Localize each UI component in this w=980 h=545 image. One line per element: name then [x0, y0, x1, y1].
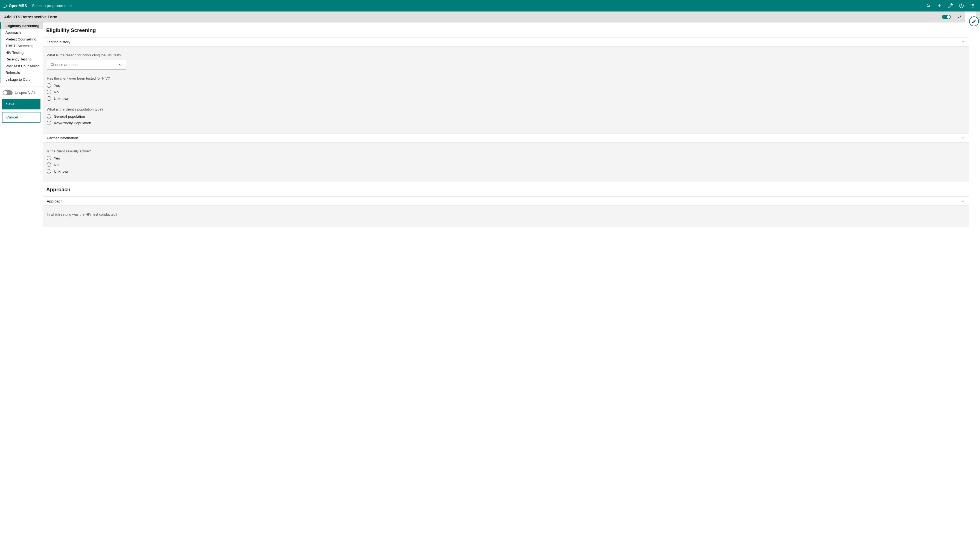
chevron-down-icon — [68, 4, 72, 8]
apps-button[interactable] — [967, 0, 978, 11]
radio-active-unknown[interactable]: Unknown — [47, 169, 965, 174]
minimize-button[interactable] — [954, 11, 965, 22]
plus-icon — [938, 4, 942, 8]
apps-grid-icon — [970, 3, 975, 8]
nav-item-linkage[interactable]: Linkage to Care — [0, 76, 43, 83]
field-population: What is the client's population type? Ge… — [47, 107, 965, 125]
nav-item-tbsti[interactable]: TB/STI Screening — [0, 43, 43, 49]
programme-label: Select a programme — [32, 3, 67, 8]
chevron-down-icon — [118, 63, 122, 67]
field-label: What is the reason for conducting the HI… — [47, 53, 965, 57]
radio-icon — [47, 163, 51, 167]
search-icon — [926, 3, 931, 8]
group-title: Approach — [47, 199, 63, 203]
radio-icon — [47, 96, 51, 101]
top-navbar: OpenMRS Select a programme — [0, 0, 980, 11]
radio-icon — [47, 121, 51, 125]
section-eligibility: Eligibility Screening Testing history Wh… — [43, 22, 969, 182]
radio-icon — [47, 169, 51, 174]
svg-point-6 — [972, 4, 973, 5]
radio-icon — [47, 83, 51, 88]
tools-button[interactable] — [945, 0, 956, 11]
floating-edit-button[interactable] — [969, 16, 979, 26]
svg-point-10 — [974, 5, 974, 6]
svg-point-4 — [961, 5, 962, 6]
radio-icon — [47, 156, 51, 160]
radio-icon — [47, 114, 51, 118]
field-reason: What is the reason for conducting the HI… — [47, 53, 965, 70]
unspecify-toggle-row[interactable]: Unspecify All — [2, 90, 40, 95]
form-content[interactable]: Eligibility Screening Testing history Wh… — [43, 22, 969, 545]
brand-label: OpenMRS — [9, 3, 27, 8]
section-nav-list: Eligibility Screening Approach Pretest C… — [0, 22, 43, 83]
nav-item-pretest[interactable]: Pretest Counselling — [0, 36, 43, 43]
check-icon: ✓ — [943, 15, 945, 18]
field-label: In which setting was the HIV test conduc… — [47, 212, 965, 217]
wrench-icon — [948, 3, 953, 8]
search-button[interactable] — [923, 0, 934, 11]
nav-item-hivtesting[interactable]: HIV Testing — [0, 49, 43, 56]
svg-point-12 — [972, 7, 973, 8]
group-body-approach: In which setting was the HIV test conduc… — [43, 206, 969, 227]
field-label: What is the client's population type? — [47, 107, 965, 112]
save-button[interactable]: Save — [2, 99, 40, 110]
cancel-button[interactable]: Cancel — [2, 112, 40, 123]
side-rail — [969, 22, 980, 545]
section-title-eligibility: Eligibility Screening — [43, 22, 969, 37]
pencil-icon — [972, 19, 977, 24]
form-header-bar: Add HTS Retrospective Form ✓ — [0, 11, 980, 22]
unspecify-toggle[interactable] — [3, 90, 13, 95]
nav-item-eligibility[interactable]: Eligibility Screening — [0, 22, 43, 29]
svg-point-1 — [927, 4, 929, 6]
svg-point-9 — [972, 5, 973, 6]
group-header-approach[interactable]: Approach — [43, 196, 969, 206]
chevron-up-icon — [961, 40, 965, 44]
unspecify-label: Unspecify All — [15, 91, 35, 95]
field-label: Has the client ever been tested for HIV? — [47, 76, 965, 80]
add-button[interactable] — [934, 0, 945, 11]
radio-tested-yes[interactable]: Yes — [47, 83, 965, 88]
svg-point-7 — [974, 4, 974, 5]
group-title: Partner information — [47, 136, 78, 140]
group-body-partner-info: Is the client sexually active? Yes No Un… — [43, 143, 969, 182]
nav-item-recency[interactable]: Recency Testing — [0, 56, 43, 63]
radio-active-yes[interactable]: Yes — [47, 156, 965, 160]
reason-dropdown[interactable]: Choose an option — [47, 60, 126, 70]
form-toggle[interactable]: ✓ — [942, 15, 951, 19]
section-title-approach: Approach — [43, 182, 969, 196]
svg-line-2 — [929, 6, 930, 7]
minimize-icon — [957, 15, 962, 19]
openmrs-logo-icon — [2, 3, 7, 8]
field-sexually-active: Is the client sexually active? Yes No Un… — [47, 149, 965, 174]
field-setting: In which setting was the HIV test conduc… — [47, 212, 965, 217]
field-label: Is the client sexually active? — [47, 149, 965, 153]
group-header-partner-info[interactable]: Partner information — [43, 133, 969, 143]
svg-point-8 — [971, 5, 972, 6]
svg-point-13 — [974, 7, 974, 8]
chevron-up-icon — [961, 199, 965, 203]
group-header-testing-history[interactable]: Testing history — [43, 37, 969, 46]
user-button[interactable] — [956, 0, 967, 11]
group-title: Testing history — [47, 40, 70, 44]
nav-item-approach[interactable]: Approach — [0, 29, 43, 36]
field-tested: Has the client ever been tested for HIV?… — [47, 76, 965, 101]
dropdown-value: Choose an option — [51, 63, 80, 67]
chevron-up-icon — [961, 136, 965, 140]
form-title: Add HTS Retrospective Form — [4, 15, 57, 19]
svg-point-11 — [971, 7, 972, 8]
brand-logo[interactable]: OpenMRS — [2, 3, 27, 8]
radio-tested-no[interactable]: No — [47, 90, 965, 94]
radio-pop-general[interactable]: General population — [47, 114, 965, 118]
radio-pop-key[interactable]: Key/Priority Population — [47, 121, 965, 125]
section-approach: Approach Approach In which setting was t… — [43, 182, 969, 227]
svg-point-5 — [971, 4, 972, 5]
programme-selector[interactable]: Select a programme — [32, 3, 72, 8]
radio-active-no[interactable]: No — [47, 163, 965, 167]
form-sidebar: Eligibility Screening Approach Pretest C… — [0, 22, 43, 545]
nav-item-posttest[interactable]: Post Test Counselling — [0, 63, 43, 70]
radio-icon — [47, 90, 51, 94]
nav-item-referrals[interactable]: Referrals — [0, 70, 43, 76]
user-circle-icon — [959, 3, 964, 8]
group-body-testing-history: What is the reason for conducting the HI… — [43, 46, 969, 133]
radio-tested-unknown[interactable]: Unknown — [47, 96, 965, 101]
